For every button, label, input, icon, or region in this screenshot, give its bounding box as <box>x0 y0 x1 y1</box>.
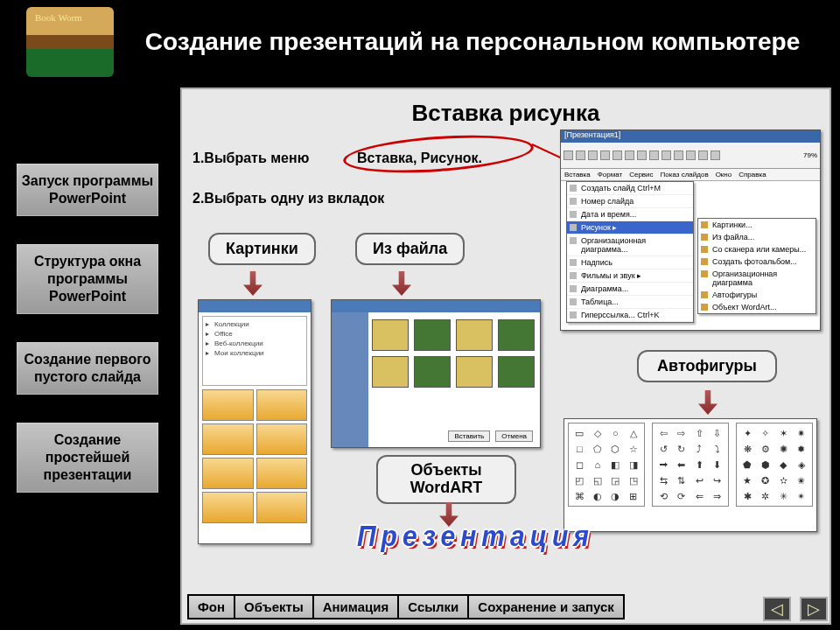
ppt-toolbar: 79% <box>561 143 820 169</box>
nav-first-slide[interactable]: Создание первого пустого слайда <box>16 341 159 396</box>
tab-animation[interactable]: Анимация <box>312 594 400 620</box>
chip-autoshapes[interactable]: Автофигуры <box>637 350 777 382</box>
arrow-down-icon <box>243 271 262 296</box>
step2: 2.Выбрать одну из вкладок <box>192 191 384 206</box>
slide-area: Вставка рисунка 1.Выбрать меню Вставка, … <box>180 88 831 625</box>
powerpoint-menu-window: [Презентация1] 79% Вставка Формат Сервис… <box>560 130 821 331</box>
highlight-oval <box>342 130 535 178</box>
chip-from-file[interactable]: Из файла <box>355 233 465 265</box>
arrow-down-icon <box>698 390 718 415</box>
chip-pictures[interactable]: Картинки <box>208 233 316 265</box>
picture-submenu: Картинки...Из файла...Со сканера или кам… <box>697 218 816 314</box>
insert-menu-dropdown: Создать слайд Ctrl+MНомер слайдаДата и в… <box>566 181 694 323</box>
tab-objects[interactable]: Объекты <box>234 594 314 620</box>
arrow-down-icon <box>392 271 411 296</box>
clipart-pane: КоллекцииOfficeВеб-коллекцииМои коллекци… <box>198 299 312 544</box>
slide-title: Вставка рисунка <box>182 89 830 127</box>
ppt-menubar: Вставка Формат Сервис Показ слайдов Окно… <box>561 169 820 181</box>
bookworm-logo <box>0 0 140 84</box>
app-title: Создание презентаций на персональном ком… <box>140 26 840 58</box>
bottom-tabs: Фон Объекты Анимация Ссылки Сохранение и… <box>187 594 623 620</box>
tab-save-run[interactable]: Сохранение и запуск <box>467 594 625 620</box>
nav-window-structure[interactable]: Структура окна программы PowerPoint <box>16 243 159 315</box>
tab-links[interactable]: Ссылки <box>397 594 469 620</box>
step1-prefix: 1.Выбрать меню <box>192 150 309 166</box>
ppt-titlebar: [Презентация1] <box>561 130 820 143</box>
sidebar: Запуск программы PowerPoint Структура ок… <box>0 84 175 630</box>
pager: ◁ ▷ <box>763 597 828 621</box>
tab-background[interactable]: Фон <box>187 594 235 620</box>
insert-from-file-dialog: ВставитьОтмена <box>331 299 541 448</box>
prev-button[interactable]: ◁ <box>763 597 791 621</box>
wordart-sample: Презентация <box>357 520 594 552</box>
nav-simple-presentation[interactable]: Создание простейшей презентации <box>16 422 159 494</box>
next-button[interactable]: ▷ <box>800 597 828 621</box>
chip-wordart[interactable]: Объекты WordART <box>376 455 516 504</box>
autoshapes-palette: ▭◇○△□⬠⬡☆◻⌂◧◨◰◱◲◳⌘◐◑⊞ ⇦⇨⇧⇩↺↻⤴⤵⮕⬅⬆⬇⇆⇅↩↪⟲⟳⇐… <box>564 418 817 532</box>
nav-launch-powerpoint[interactable]: Запуск программы PowerPoint <box>16 163 159 217</box>
